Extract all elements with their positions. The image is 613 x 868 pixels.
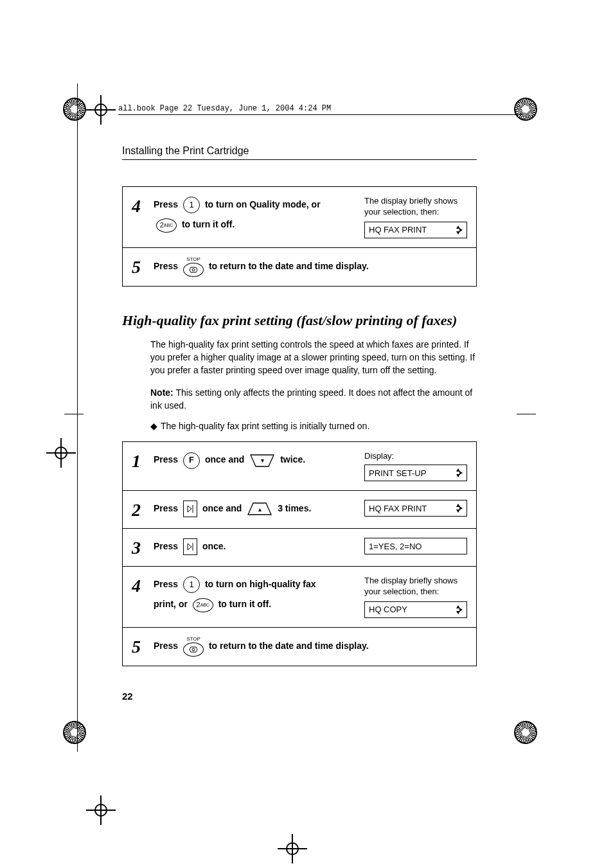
step-display: The display briefly shows your selection… xyxy=(364,196,467,238)
header-rule xyxy=(122,159,477,160)
step-row: 4 Press 1 to turn on Quality mode, or 2A… xyxy=(123,187,476,247)
lcd-text: 1=YES, 2=NO xyxy=(369,542,422,551)
crop-line xyxy=(517,414,536,414)
step-display: 1=YES, 2=NO xyxy=(364,538,467,554)
svg-marker-14 xyxy=(459,506,463,510)
step-text: print, or xyxy=(154,599,190,609)
step-row: 5 Press STOP to return to the date and t… xyxy=(123,627,476,666)
lcd-text: PRINT SET-UP xyxy=(369,468,426,478)
step-row: 2 Press once and ▴ 3 times. HQ FAX PRINT xyxy=(123,490,476,528)
key-f-icon: F xyxy=(183,452,200,469)
note-body: This setting only affects the printing s… xyxy=(150,387,472,411)
key-2abc-icon: 2ABC xyxy=(156,218,177,233)
lcd-readout: HQ COPY xyxy=(364,601,467,618)
register-mark-icon xyxy=(51,443,71,463)
step-number: 5 xyxy=(132,257,154,276)
step-text: Press xyxy=(154,579,181,589)
key-down-arrow-icon: ▾ xyxy=(249,454,275,468)
step-text: twice. xyxy=(280,454,305,465)
updown-arrow-icon xyxy=(454,605,463,615)
steps-block-top: 4 Press 1 to turn on Quality mode, or 2A… xyxy=(122,186,477,287)
page-number: 22 xyxy=(122,691,133,702)
printer-mark-icon xyxy=(63,721,86,744)
svg-marker-3 xyxy=(190,267,197,272)
step-row: 1 Press F once and ▾ twice. Display: PRI… xyxy=(123,442,476,490)
steps-block-bottom: 1 Press F once and ▾ twice. Display: PRI… xyxy=(122,441,477,666)
step-body: Press once and ▴ 3 times. xyxy=(154,500,357,517)
step-number: 4 xyxy=(132,576,154,595)
key-1-icon: 1 xyxy=(183,197,200,213)
step-number: 3 xyxy=(132,538,154,557)
diamond-bullet-icon: ◆ xyxy=(150,421,157,431)
lcd-readout: HQ FAX PRINT xyxy=(364,500,467,517)
key-stop-icon: STOP xyxy=(183,637,204,657)
paragraph: The high-quality fax print setting contr… xyxy=(150,338,477,377)
step-text: 3 times. xyxy=(278,503,311,513)
svg-point-21 xyxy=(192,648,195,651)
printer-mark-icon xyxy=(514,721,537,744)
lcd-text: HQ FAX PRINT xyxy=(369,225,427,235)
step-text: once. xyxy=(202,541,226,551)
lcd-readout: HQ FAX PRINT xyxy=(364,222,467,238)
lcd-text: HQ FAX PRINT xyxy=(369,504,427,513)
step-text: to return to the date and time display. xyxy=(209,261,369,271)
lcd-text: HQ COPY xyxy=(369,605,407,614)
section-heading: High-quality fax print setting (fast/slo… xyxy=(122,312,477,329)
step-text: once and xyxy=(202,503,244,513)
register-mark-icon xyxy=(91,801,111,820)
svg-marker-19 xyxy=(459,608,463,612)
step-text: Press xyxy=(154,641,181,651)
note-label: Note: xyxy=(150,387,173,398)
svg-marker-20 xyxy=(190,647,197,652)
svg-point-4 xyxy=(192,269,195,271)
lcd-readout: 1=YES, 2=NO xyxy=(364,538,467,554)
svg-marker-9 xyxy=(188,506,191,512)
step-body: Press 1 to turn on high-quality fax prin… xyxy=(154,576,357,613)
key-stop-icon: STOP xyxy=(183,257,204,277)
bullet-item: ◆The high-quality fax print setting is i… xyxy=(150,421,477,431)
step-number: 4 xyxy=(132,196,154,215)
step-body: Press STOP to return to the date and tim… xyxy=(154,637,467,657)
step-text: Press xyxy=(154,261,181,271)
display-hint: The display briefly shows your selection… xyxy=(364,576,467,598)
updown-arrow-icon xyxy=(454,225,463,235)
step-body: Press 1 to turn on Quality mode, or 2ABC… xyxy=(154,196,357,233)
paragraph-note: Note: This setting only affects the prin… xyxy=(150,386,477,412)
key-up-arrow-icon: ▴ xyxy=(247,502,272,516)
section-header: Installing the Print Cartridge xyxy=(122,145,249,157)
register-mark-icon xyxy=(283,839,302,858)
step-body: Press STOP to return to the date and tim… xyxy=(154,257,467,277)
printer-mark-icon xyxy=(63,98,86,121)
key-2abc-icon: 2ABC xyxy=(193,598,213,612)
svg-marker-8 xyxy=(459,471,463,475)
key-right-arrow-icon xyxy=(183,538,197,555)
step-row: 5 Press STOP to return to the date and t… xyxy=(123,247,476,286)
step-number: 2 xyxy=(132,500,154,519)
step-text: Press xyxy=(154,199,181,209)
crop-line xyxy=(64,414,84,414)
display-hint: The display briefly shows your selection… xyxy=(364,196,467,218)
step-display: The display briefly shows your selection… xyxy=(364,576,467,618)
step-display: Display: PRINT SET-UP xyxy=(364,451,467,481)
updown-arrow-icon xyxy=(454,468,463,478)
svg-marker-2 xyxy=(459,228,463,232)
step-text: once and xyxy=(205,454,247,465)
lcd-readout: PRINT SET-UP xyxy=(364,465,467,481)
crop-line xyxy=(77,84,78,752)
step-body: Press once. xyxy=(154,538,357,555)
register-mark-icon xyxy=(91,100,111,120)
step-display: HQ FAX PRINT xyxy=(364,500,467,517)
meta-rule xyxy=(118,114,523,115)
key-1-icon: 1 xyxy=(183,576,200,593)
step-body: Press F once and ▾ twice. xyxy=(154,451,357,468)
display-label: Display: xyxy=(364,451,467,462)
step-text: to turn it off. xyxy=(218,599,271,609)
step-text: Press xyxy=(154,541,181,551)
step-number: 1 xyxy=(132,451,154,470)
page-content: 4 Press 1 to turn on Quality mode, or 2A… xyxy=(122,186,477,692)
step-number: 5 xyxy=(132,637,154,656)
bullet-text: The high-quality fax print setting is in… xyxy=(161,421,369,431)
step-text: to turn on Quality mode, or xyxy=(205,199,321,209)
step-text: Press xyxy=(154,503,181,513)
step-text: to turn on high-quality fax xyxy=(205,579,316,589)
